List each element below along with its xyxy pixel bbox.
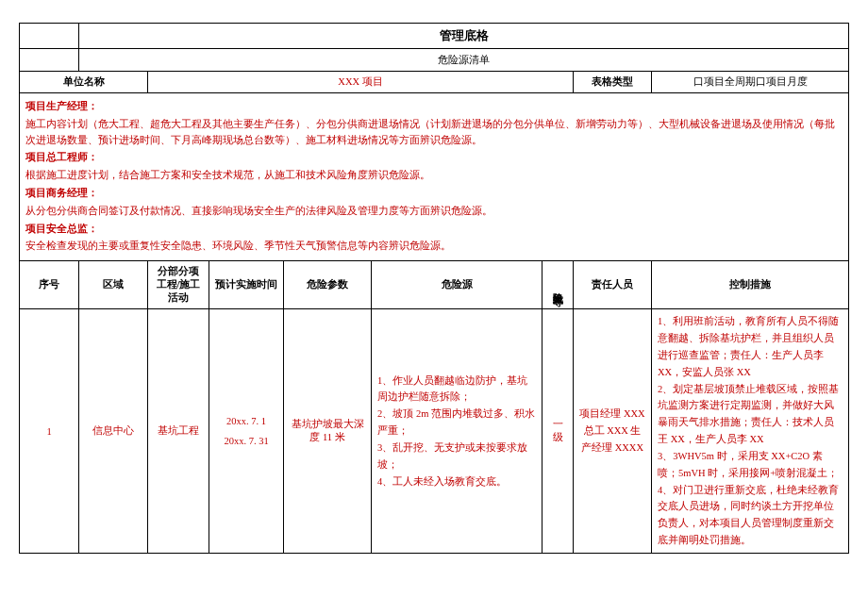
col-area: 区域 bbox=[79, 261, 148, 309]
unit-label: 单位名称 bbox=[20, 72, 148, 93]
biz-mgr-body: 从分包分供商合同签订及付款情况、直接影响现场安全生产的法律风险及管理力度等方面辨… bbox=[25, 204, 843, 220]
type-value: 口项目全周期口项目月度 bbox=[652, 72, 849, 93]
type-label: 表格类型 bbox=[574, 72, 652, 93]
biz-mgr-title: 项目商务经理： bbox=[25, 188, 98, 198]
col-grade: 险级风等 bbox=[542, 261, 574, 309]
row1-time: 20xx. 7. 1 20xx. 7. 31 bbox=[209, 309, 284, 554]
col-activity: 分部分项工程/施工活动 bbox=[148, 261, 209, 309]
safety-body: 安全检查发现的主要或重复性安全隐患、环境风险、季节性天气预警信息等内容辨识危险源… bbox=[25, 239, 843, 255]
unit-value: XXX 项目 bbox=[148, 72, 574, 93]
title-left-empty bbox=[20, 24, 79, 49]
chief-eng-body: 根据施工进度计划，结合施工方案和安全技术规范，从施工和技术风险角度辨识危险源。 bbox=[25, 168, 843, 184]
subtitle: 危险源清单 bbox=[79, 49, 849, 72]
row1-seq: 1 bbox=[20, 309, 79, 554]
safety-title: 项目安全总监： bbox=[25, 224, 98, 234]
outer-table: 管理底格 危险源清单 单位名称 XXX 项目 表格类型 口项目全周期口项目月度 … bbox=[19, 23, 849, 554]
roles-block: 项目生产经理： 施工内容计划（危大工程、超危大工程及其他主要生产任务）、分包分供… bbox=[20, 93, 849, 261]
row1-grade: 一级 bbox=[542, 309, 574, 554]
row1-control: 1、利用班前活动，教育所有人员不得随意翻越、拆除基坑护栏，并且组织人员进行巡查监… bbox=[652, 309, 849, 554]
col-responsible: 责任人员 bbox=[574, 261, 652, 309]
row1-responsible: 项目经理 XXX 总工 XXX 生产经理 XXXX bbox=[574, 309, 652, 554]
main-title: 管理底格 bbox=[79, 24, 849, 49]
row1-activity: 基坑工程 bbox=[148, 309, 209, 554]
subtitle-left-empty bbox=[20, 49, 79, 72]
row1-time2: 20xx. 7. 31 bbox=[215, 436, 277, 446]
row1-time1: 20xx. 7. 1 bbox=[215, 416, 277, 426]
col-control: 控制措施 bbox=[652, 261, 849, 309]
col-time: 预计实施时间 bbox=[209, 261, 284, 309]
row1-area: 信息中心 bbox=[79, 309, 148, 554]
prod-mgr-body: 施工内容计划（危大工程、超危大工程及其他主要生产任务）、分包分供商进退场情况（计… bbox=[25, 117, 843, 149]
prod-mgr-title: 项目生产经理： bbox=[25, 101, 98, 111]
col-param: 危险参数 bbox=[284, 261, 372, 309]
col-source: 危险源 bbox=[372, 261, 542, 309]
col-grade-label: 险级风等 bbox=[552, 285, 563, 289]
col-seq: 序号 bbox=[20, 261, 79, 309]
row1-param: 基坑护坡最大深度 11 米 bbox=[284, 309, 372, 554]
row1-source: 1、作业人员翻越临边防护，基坑周边护栏随意拆除； 2、坡顶 2m 范围内堆载过多… bbox=[372, 309, 542, 554]
chief-eng-title: 项目总工程师： bbox=[25, 152, 98, 162]
